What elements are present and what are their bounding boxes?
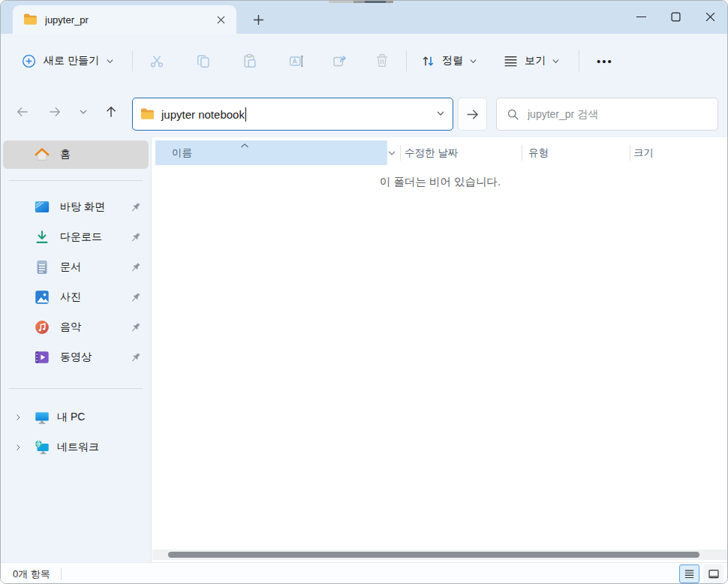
search-icon xyxy=(507,108,519,121)
sidebar-item-documents[interactable]: 문서 xyxy=(3,252,149,282)
item-count: 0개 항목 xyxy=(13,567,50,581)
large-icons-view-button[interactable] xyxy=(703,564,723,583)
sidebar-divider xyxy=(9,180,143,181)
text-caret xyxy=(245,107,246,122)
forward-button[interactable] xyxy=(42,99,68,125)
minimize-button[interactable] xyxy=(624,1,658,32)
pictures-icon xyxy=(34,289,50,306)
search-box[interactable] xyxy=(496,98,718,131)
sidebar-item-network[interactable]: 네트워크 xyxy=(3,432,149,462)
sidebar-item-home[interactable]: 홈 xyxy=(3,140,149,169)
column-header-type[interactable]: 유형 xyxy=(528,140,549,165)
more-options-button[interactable]: ••• xyxy=(592,47,618,74)
view-toggles xyxy=(679,564,723,583)
new-button[interactable]: 새로 만들기 xyxy=(13,46,122,76)
sidebar-item-label: 음악 xyxy=(60,321,81,334)
toolbar-divider xyxy=(406,50,407,71)
address-input-value[interactable]: jupyter notebook xyxy=(161,108,245,121)
pin-icon xyxy=(129,231,142,244)
pin-icon xyxy=(129,351,142,364)
chevron-down-icon xyxy=(79,107,88,116)
command-bar: 새로 만들기 xyxy=(1,34,727,137)
search-input[interactable] xyxy=(528,108,708,120)
details-view-button[interactable] xyxy=(679,564,699,583)
large-icons-view-icon xyxy=(708,568,720,580)
sidebar-item-downloads[interactable]: 다운로드 xyxy=(3,222,149,252)
new-tab-button[interactable] xyxy=(247,9,269,30)
sidebar-item-pictures[interactable]: 사진 xyxy=(3,282,149,312)
share-icon xyxy=(332,53,348,69)
horizontal-scrollbar[interactable] xyxy=(152,549,728,560)
details-view-icon xyxy=(684,568,695,579)
sort-button[interactable]: 정렬 xyxy=(414,46,483,76)
address-dropdown-button[interactable] xyxy=(436,107,445,121)
sidebar-item-music[interactable]: 음악 xyxy=(3,312,149,342)
up-button[interactable] xyxy=(98,99,124,125)
sidebar-item-desktop[interactable]: 바탕 화면 xyxy=(3,192,149,222)
paste-icon xyxy=(242,53,258,69)
file-list-area: 이름 수정한 날짜 유형 크기 이 폴더는 비어 있습니다. xyxy=(151,137,728,562)
home-icon xyxy=(34,146,50,163)
videos-icon xyxy=(34,349,50,366)
recent-locations-button[interactable] xyxy=(73,99,94,125)
scrollbar-thumb[interactable] xyxy=(168,552,699,558)
column-divider[interactable] xyxy=(630,145,630,161)
back-button[interactable] xyxy=(10,99,35,125)
tab-close-button[interactable] xyxy=(211,10,230,29)
go-button[interactable] xyxy=(458,98,487,131)
folder-icon xyxy=(140,108,155,120)
pin-icon xyxy=(129,291,142,304)
chevron-right-icon[interactable] xyxy=(14,413,23,422)
pc-icon xyxy=(34,409,50,426)
sidebar-item-videos[interactable]: 동영상 xyxy=(3,342,149,372)
rename-button[interactable] xyxy=(283,47,310,74)
background-window-artifact xyxy=(329,1,393,3)
address-bar[interactable]: jupyter notebook xyxy=(132,98,453,131)
column-header-label: 이름 xyxy=(155,140,387,165)
download-icon xyxy=(34,229,50,245)
chevron-down-icon xyxy=(106,57,114,65)
view-button[interactable]: 보기 xyxy=(496,46,566,76)
explorer-tab[interactable]: jupyter_pr xyxy=(13,5,236,34)
column-header-date-modified[interactable]: 수정한 날짜 xyxy=(405,140,458,165)
chevron-right-icon[interactable] xyxy=(14,443,23,452)
copy-button[interactable] xyxy=(190,47,217,74)
sidebar-item-label: 문서 xyxy=(60,260,81,274)
sidebar-item-label: 네트워크 xyxy=(57,441,99,454)
folder-icon xyxy=(23,14,38,26)
column-divider[interactable] xyxy=(400,145,401,161)
cut-button[interactable] xyxy=(143,47,170,74)
plus-circle-icon xyxy=(20,53,37,69)
copy-icon xyxy=(195,53,212,69)
delete-button[interactable] xyxy=(369,47,396,74)
pin-icon xyxy=(129,201,142,214)
toolbar-divider xyxy=(132,50,133,71)
close-button[interactable] xyxy=(693,1,727,32)
status-divider xyxy=(61,568,62,580)
column-filter-chevron-icon[interactable] xyxy=(387,147,396,161)
share-button[interactable] xyxy=(326,47,353,74)
toolbar-divider xyxy=(579,50,579,71)
paste-button[interactable] xyxy=(236,47,263,74)
status-bar: 0개 항목 xyxy=(1,562,727,584)
view-button-label: 보기 xyxy=(525,54,546,68)
titlebar: jupyter_pr xyxy=(1,1,727,34)
arrow-right-icon xyxy=(47,104,62,119)
column-header-size[interactable]: 크기 xyxy=(633,140,654,165)
column-header-name[interactable]: 이름 xyxy=(155,140,387,165)
sidebar-item-this-pc[interactable]: 내 PC xyxy=(3,402,149,432)
maximize-button[interactable] xyxy=(658,1,693,32)
sidebar-item-label: 내 PC xyxy=(57,411,85,424)
sort-ascending-icon xyxy=(240,138,249,152)
rename-icon xyxy=(288,53,305,69)
column-headers: 이름 수정한 날짜 유형 크기 xyxy=(152,137,728,166)
tab-title: jupyter_pr xyxy=(45,14,203,26)
trash-icon xyxy=(374,53,390,69)
column-divider[interactable] xyxy=(522,145,522,161)
sidebar-item-label: 다운로드 xyxy=(60,230,102,244)
sort-arrows-icon xyxy=(420,53,436,69)
scissors-icon xyxy=(149,53,165,69)
window-controls xyxy=(624,1,727,32)
arrow-up-icon xyxy=(104,104,119,119)
sidebar-divider xyxy=(9,388,143,389)
